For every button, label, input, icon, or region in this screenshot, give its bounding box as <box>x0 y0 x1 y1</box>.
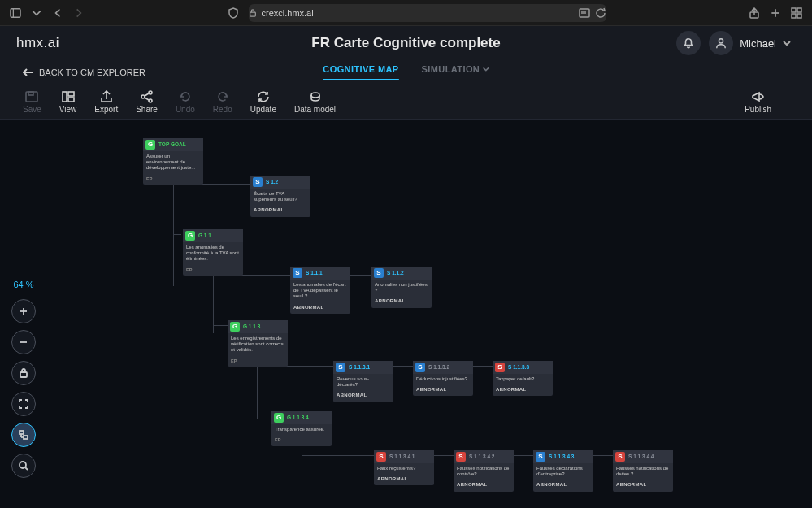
node-s11344[interactable]: SS 1.1.3.4.4 Fausses notifications de de… <box>613 450 673 492</box>
chevron-down-icon[interactable] <box>31 7 42 19</box>
tab-simulation[interactable]: SIMULATION <box>422 64 489 80</box>
chevron-down-icon <box>483 66 489 72</box>
badge-icon: S <box>495 363 505 372</box>
badge-icon: S <box>253 177 263 187</box>
tabs-icon[interactable] <box>791 7 802 19</box>
svg-rect-28 <box>20 372 27 377</box>
tabs: COGNITIVE MAP SIMULATION <box>323 64 489 80</box>
badge-icon: G <box>145 140 155 150</box>
update-button[interactable]: Update <box>250 90 276 114</box>
node-top-goal[interactable]: GTOP GOAL Assurer un environnement de dé… <box>143 138 203 185</box>
node-s11342[interactable]: SS 1.1.3.4.2 Fausses notifications de co… <box>454 450 514 492</box>
sub-header: BACK TO CM EXPLORER COGNITIVE MAP SIMULA… <box>0 60 812 85</box>
svg-point-21 <box>141 95 145 98</box>
data-model-button[interactable]: Data model <box>294 90 336 114</box>
svg-rect-19 <box>68 98 74 102</box>
save-button: Save <box>23 90 41 114</box>
lock-button[interactable] <box>11 361 36 385</box>
svg-point-33 <box>20 462 26 468</box>
user-menu[interactable]: Michael <box>709 31 796 55</box>
undo-button: Undo <box>176 90 195 114</box>
layout-button[interactable] <box>11 423 36 447</box>
node-s11341[interactable]: SS 1.1.3.4.1 Faux reçus émis? ABNORMAL <box>374 450 434 485</box>
search-button[interactable] <box>11 454 36 478</box>
svg-point-22 <box>149 99 152 102</box>
svg-line-23 <box>145 93 149 96</box>
url-bar[interactable]: crexci.hmx.ai <box>249 4 606 22</box>
badge-icon: G <box>185 231 195 241</box>
svg-rect-30 <box>24 436 28 439</box>
badge-icon: S <box>536 452 545 462</box>
badge-icon: S <box>415 363 425 372</box>
svg-rect-10 <box>797 8 801 12</box>
toolbar: Save View Export Share Undo Redo Update … <box>0 85 812 120</box>
zoom-in-button[interactable] <box>11 299 36 323</box>
svg-line-34 <box>25 467 28 470</box>
badge-icon: S <box>336 363 345 372</box>
node-s12[interactable]: SS 1.2 Écarts de TVA supérieurs au seuil… <box>250 176 310 217</box>
svg-rect-11 <box>792 14 796 18</box>
url-text: crexci.hmx.ai <box>262 8 314 18</box>
svg-point-20 <box>149 91 152 94</box>
badge-icon: S <box>456 452 466 462</box>
publish-button[interactable]: Publish <box>745 90 771 114</box>
reload-icon[interactable] <box>595 7 606 19</box>
badge-icon: S <box>374 268 384 278</box>
node-g11[interactable]: GG 1.1 Les anomalies de conformité à la … <box>183 229 243 276</box>
badge-icon: S <box>376 452 386 462</box>
reader-icon[interactable] <box>579 7 590 19</box>
zoom-level: 64 % <box>13 280 33 289</box>
node-s1132[interactable]: SS 1.1.3.2 Déductions injustifiées? ABNO… <box>413 361 473 396</box>
svg-line-24 <box>145 98 149 100</box>
app-header: hmx.ai FR Carte Cognitive complete Micha… <box>0 26 812 60</box>
share-button[interactable]: Share <box>136 90 158 114</box>
svg-rect-15 <box>26 92 37 102</box>
node-s111[interactable]: SS 1.1.1 Les anomalies de l'écart de TVA… <box>290 267 350 314</box>
avatar-icon <box>709 31 733 55</box>
back-to-explorer-link[interactable]: BACK TO CM EXPLORER <box>23 67 145 77</box>
zoom-panel: 64 % <box>11 280 36 478</box>
node-g1134[interactable]: GG 1.1.3.4 Transparence assurée. EP <box>271 411 332 446</box>
svg-rect-17 <box>63 92 67 102</box>
chevron-down-icon <box>783 39 791 47</box>
app-logo[interactable]: hmx.ai <box>16 35 59 51</box>
node-s11343[interactable]: SS 1.1.3.4.3 Fausses déclarations d'entr… <box>533 450 593 492</box>
nav-back-icon[interactable] <box>52 7 63 19</box>
nav-forward-icon[interactable] <box>73 7 85 19</box>
redo-button: Redo <box>213 90 232 114</box>
svg-rect-0 <box>11 8 20 17</box>
svg-rect-29 <box>20 431 24 434</box>
fit-screen-button[interactable] <box>11 392 36 416</box>
badge-icon: S <box>615 452 625 462</box>
shield-icon[interactable] <box>228 7 239 19</box>
sidebar-toggle-icon[interactable] <box>10 7 21 19</box>
node-s1131[interactable]: SS 1.1.3.1 Revenus sous-déclarés? ABNORM… <box>333 361 393 402</box>
svg-rect-18 <box>68 92 74 96</box>
svg-point-13 <box>719 39 723 43</box>
badge-icon: G <box>230 322 240 332</box>
new-tab-icon[interactable] <box>770 7 781 19</box>
export-button[interactable]: Export <box>94 90 118 114</box>
svg-rect-16 <box>28 92 33 95</box>
svg-rect-9 <box>792 8 796 12</box>
node-s112[interactable]: SS 1.1.2 Anomalies non justifiées ? ABNO… <box>371 267 432 308</box>
badge-icon: G <box>274 413 284 423</box>
tab-cognitive-map[interactable]: COGNITIVE MAP <box>323 64 398 80</box>
node-s1133[interactable]: SS 1.1.3.3 Taxpayer default? ABNORMAL <box>493 361 553 396</box>
browser-chrome: crexci.hmx.ai <box>0 0 812 26</box>
user-name: Michael <box>740 37 776 50</box>
node-g113[interactable]: GG 1.1.3 Les enregistrements de vérifica… <box>228 320 288 367</box>
zoom-out-button[interactable] <box>11 330 36 354</box>
cognitive-map-canvas[interactable]: GTOP GOAL Assurer un environnement de dé… <box>0 120 812 508</box>
svg-rect-2 <box>250 12 255 16</box>
notifications-button[interactable] <box>676 31 701 55</box>
svg-rect-12 <box>797 14 801 18</box>
share-icon[interactable] <box>749 7 760 19</box>
view-button[interactable]: View <box>59 90 77 114</box>
badge-icon: S <box>293 268 302 278</box>
